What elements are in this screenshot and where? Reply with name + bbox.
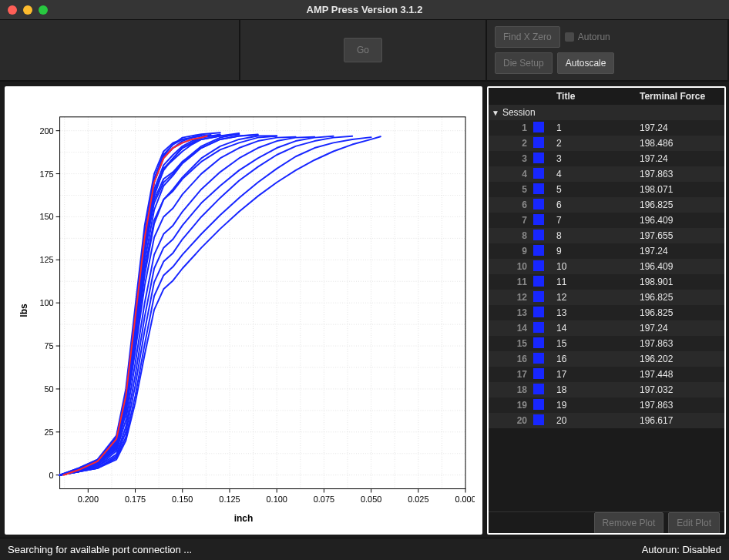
table-row[interactable]: 1818197.032 bbox=[489, 382, 724, 397]
status-left: Searching for available port connection … bbox=[8, 544, 192, 555]
row-title: 13 bbox=[552, 307, 640, 318]
row-title: 11 bbox=[552, 277, 640, 287]
color-swatch bbox=[533, 353, 552, 366]
table-row[interactable]: 1515197.863 bbox=[489, 336, 724, 351]
toolbar-center: Go bbox=[240, 20, 487, 80]
svg-text:0.050: 0.050 bbox=[361, 495, 381, 504]
table-row[interactable]: 2020196.617 bbox=[489, 413, 724, 428]
color-swatch bbox=[533, 122, 552, 135]
row-index: 18 bbox=[489, 384, 533, 395]
side-footer: Remove Plot Edit Plot bbox=[489, 511, 724, 533]
table-row[interactable]: 99197.24 bbox=[489, 243, 724, 259]
row-title: 12 bbox=[552, 292, 640, 303]
table-row[interactable]: 33197.24 bbox=[489, 151, 724, 166]
row-title: 10 bbox=[552, 261, 640, 272]
row-force: 197.24 bbox=[640, 246, 724, 257]
svg-text:75: 75 bbox=[45, 341, 54, 350]
table-row[interactable]: 22198.486 bbox=[489, 136, 724, 151]
main-area: lbs inch 0.2000.1750.1500.1250.1000.0750… bbox=[0, 82, 729, 538]
die-setup-button[interactable]: Die Setup bbox=[495, 52, 553, 74]
color-swatch bbox=[533, 337, 552, 350]
svg-text:150: 150 bbox=[39, 212, 53, 221]
minimize-icon[interactable] bbox=[23, 5, 32, 15]
svg-text:0.125: 0.125 bbox=[219, 495, 240, 504]
close-icon[interactable] bbox=[8, 5, 17, 15]
toolbar-right: Find X Zero Autorun Die Setup Autoscale bbox=[487, 20, 729, 80]
table-row[interactable]: 1313196.825 bbox=[489, 305, 724, 320]
svg-text:125: 125 bbox=[39, 255, 53, 264]
table-row[interactable]: 1616196.202 bbox=[489, 351, 724, 367]
session-row[interactable]: ▼ Session bbox=[489, 105, 724, 120]
table-row[interactable]: 1212196.825 bbox=[489, 290, 724, 305]
row-title: 3 bbox=[552, 153, 640, 164]
table-row[interactable]: 77196.409 bbox=[489, 213, 724, 228]
color-swatch bbox=[533, 199, 552, 212]
row-force: 197.655 bbox=[640, 230, 724, 241]
table-row[interactable]: 66196.825 bbox=[489, 197, 724, 213]
table-row[interactable]: 1111198.901 bbox=[489, 274, 724, 290]
table-row[interactable]: 1010196.409 bbox=[489, 259, 724, 274]
color-swatch bbox=[533, 307, 552, 320]
row-title: 5 bbox=[552, 184, 640, 195]
row-title: 9 bbox=[552, 246, 640, 257]
autorun-checkbox[interactable]: Autorun bbox=[565, 32, 610, 42]
svg-text:0.175: 0.175 bbox=[125, 495, 146, 504]
table-row[interactable]: 44197.863 bbox=[489, 166, 724, 182]
row-title: 1 bbox=[552, 122, 640, 133]
chart-plot[interactable]: 0.2000.1750.1500.1250.1000.0750.0500.025… bbox=[12, 94, 475, 527]
autoscale-button[interactable]: Autoscale bbox=[557, 52, 615, 74]
color-swatch bbox=[533, 168, 552, 181]
chart-panel: lbs inch 0.2000.1750.1500.1250.1000.0750… bbox=[5, 86, 482, 535]
row-index: 1 bbox=[489, 122, 533, 133]
table-row[interactable]: 1717197.448 bbox=[489, 367, 724, 382]
row-index: 8 bbox=[489, 230, 533, 241]
row-index: 17 bbox=[489, 369, 533, 380]
row-index: 13 bbox=[489, 307, 533, 318]
svg-text:25: 25 bbox=[45, 428, 54, 437]
toolbar-left bbox=[0, 20, 240, 80]
table-row[interactable]: 11197.24 bbox=[489, 120, 724, 136]
svg-text:0: 0 bbox=[49, 471, 54, 480]
table-row[interactable]: 1414197.24 bbox=[489, 320, 724, 336]
row-force: 197.24 bbox=[640, 153, 724, 164]
table-body[interactable]: 11197.2422198.48633197.2444197.86355198.… bbox=[489, 120, 724, 511]
color-swatch bbox=[533, 414, 552, 428]
row-index: 12 bbox=[489, 292, 533, 303]
chevron-down-icon: ▼ bbox=[492, 109, 499, 117]
svg-text:50: 50 bbox=[45, 384, 54, 394]
svg-text:0.150: 0.150 bbox=[172, 495, 193, 504]
color-swatch bbox=[533, 214, 552, 227]
row-title: 20 bbox=[552, 415, 640, 426]
header-title[interactable]: Title bbox=[552, 91, 640, 102]
color-swatch bbox=[533, 137, 552, 150]
row-force: 196.617 bbox=[640, 415, 724, 426]
titlebar: AMP Press Version 3.1.2 bbox=[0, 0, 729, 20]
row-force: 197.448 bbox=[640, 369, 724, 380]
go-button[interactable]: Go bbox=[344, 38, 382, 62]
row-title: 8 bbox=[552, 230, 640, 241]
row-force: 197.863 bbox=[640, 400, 724, 411]
maximize-icon[interactable] bbox=[39, 5, 48, 15]
table-header: Title Terminal Force bbox=[489, 88, 724, 105]
remove-plot-button[interactable]: Remove Plot bbox=[594, 512, 664, 534]
row-index: 19 bbox=[489, 400, 533, 411]
find-x-zero-button[interactable]: Find X Zero bbox=[495, 26, 560, 48]
checkbox-icon bbox=[565, 32, 574, 42]
table-row[interactable]: 55198.071 bbox=[489, 182, 724, 197]
color-swatch bbox=[533, 153, 552, 166]
svg-text:0.100: 0.100 bbox=[267, 495, 287, 504]
edit-plot-button[interactable]: Edit Plot bbox=[668, 512, 720, 534]
row-index: 7 bbox=[489, 215, 533, 226]
color-swatch bbox=[533, 245, 552, 258]
svg-text:0.025: 0.025 bbox=[408, 495, 428, 504]
window-title: AMP Press Version 3.1.2 bbox=[0, 4, 729, 15]
svg-text:0.000: 0.000 bbox=[455, 495, 475, 504]
table-row[interactable]: 88197.655 bbox=[489, 228, 724, 243]
window-controls bbox=[0, 5, 48, 15]
row-force: 197.24 bbox=[640, 323, 724, 334]
color-swatch bbox=[533, 384, 552, 397]
header-terminal-force[interactable]: Terminal Force bbox=[640, 91, 724, 102]
row-index: 20 bbox=[489, 415, 533, 426]
row-title: 17 bbox=[552, 369, 640, 380]
table-row[interactable]: 1919197.863 bbox=[489, 397, 724, 413]
